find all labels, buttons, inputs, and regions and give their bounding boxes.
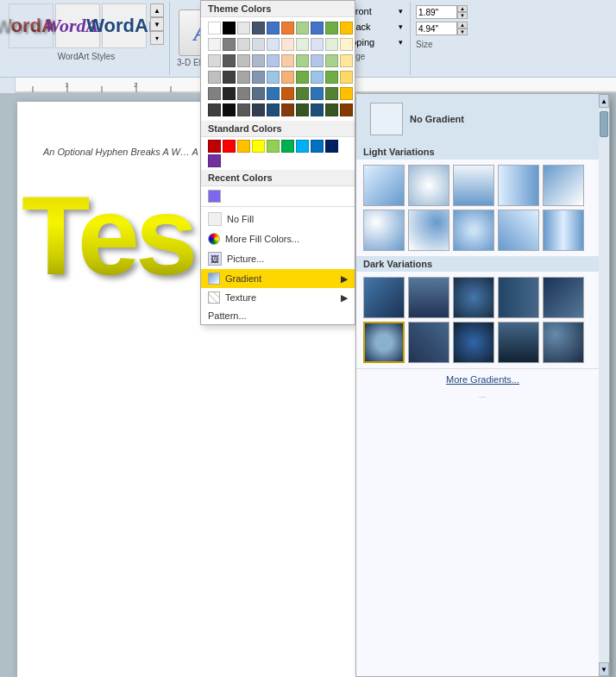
- shade-4-5[interactable]: [267, 87, 280, 100]
- dark-grad-5[interactable]: [543, 277, 584, 318]
- std-dark-blue[interactable]: [325, 140, 338, 153]
- std-red[interactable]: [223, 140, 236, 153]
- shade-5-2[interactable]: [223, 103, 236, 116]
- shade-2-6[interactable]: [281, 54, 294, 67]
- height-up[interactable]: ▲: [457, 22, 468, 28]
- theme-swatch-5[interactable]: [296, 22, 309, 34]
- shade-2-2[interactable]: [223, 54, 236, 67]
- wordart-scroll-down[interactable]: ▼: [150, 17, 164, 31]
- theme-swatch-4[interactable]: [281, 22, 294, 34]
- shade-2-4[interactable]: [252, 54, 265, 67]
- shade-5-3[interactable]: [237, 103, 250, 116]
- shade-5-6[interactable]: [281, 103, 294, 116]
- std-yellow[interactable]: [252, 140, 265, 153]
- width-down[interactable]: ▼: [457, 12, 468, 19]
- pattern-item[interactable]: Pattern...: [201, 307, 355, 324]
- theme-swatch-6[interactable]: [311, 22, 324, 34]
- no-fill-item[interactable]: No Fill: [201, 209, 355, 229]
- dark-grad-10[interactable]: [543, 322, 584, 363]
- shade-4-7[interactable]: [296, 87, 309, 100]
- theme-swatch-7[interactable]: [325, 22, 338, 34]
- shade-3-2[interactable]: [223, 71, 236, 84]
- theme-swatch-black[interactable]: [223, 22, 236, 34]
- shade-2-5[interactable]: [267, 54, 280, 67]
- shade-3-1[interactable]: [208, 71, 221, 84]
- shade-1-5[interactable]: [267, 38, 280, 51]
- shade-1-8[interactable]: [311, 38, 324, 51]
- shade-1-1[interactable]: [208, 38, 221, 51]
- shade-3-10[interactable]: [340, 71, 353, 84]
- shade-1-9[interactable]: [325, 38, 338, 51]
- light-grad-7[interactable]: [408, 210, 449, 251]
- shade-3-5[interactable]: [267, 71, 280, 84]
- dark-grad-9[interactable]: [498, 322, 539, 363]
- dark-grad-8[interactable]: [453, 322, 494, 363]
- shade-3-6[interactable]: [281, 71, 294, 84]
- light-grad-5[interactable]: [543, 165, 584, 206]
- shade-3-7[interactable]: [296, 71, 309, 84]
- light-grad-8[interactable]: [453, 210, 494, 251]
- shade-5-7[interactable]: [296, 103, 309, 116]
- light-grad-6[interactable]: [363, 210, 405, 251]
- shade-3-8[interactable]: [311, 71, 324, 84]
- shade-5-10[interactable]: [340, 103, 353, 116]
- std-light-green[interactable]: [267, 140, 280, 153]
- shade-4-6[interactable]: [281, 87, 294, 100]
- shade-1-10[interactable]: [340, 38, 353, 51]
- shade-5-4[interactable]: [252, 103, 265, 116]
- theme-swatch-1[interactable]: [237, 22, 250, 34]
- shade-2-9[interactable]: [325, 54, 338, 67]
- gradient-scroll-thumb[interactable]: [600, 111, 608, 137]
- dark-grad-1[interactable]: [363, 277, 405, 318]
- shade-4-4[interactable]: [252, 87, 265, 100]
- shade-1-6[interactable]: [281, 38, 294, 51]
- shade-5-5[interactable]: [267, 103, 280, 116]
- shade-3-9[interactable]: [325, 71, 338, 84]
- shade-4-8[interactable]: [311, 87, 324, 100]
- light-grad-10[interactable]: [543, 210, 584, 251]
- shade-1-3[interactable]: [237, 38, 250, 51]
- more-gradients-link[interactable]: More Gradients...: [356, 368, 609, 390]
- dark-grad-6[interactable]: [363, 322, 405, 363]
- shade-2-7[interactable]: [296, 54, 309, 67]
- dark-grad-2[interactable]: [408, 277, 449, 318]
- shade-1-4[interactable]: [252, 38, 265, 51]
- wordart-expand[interactable]: ▾: [150, 31, 164, 45]
- std-purple[interactable]: [208, 154, 221, 167]
- light-grad-3[interactable]: [453, 165, 494, 206]
- gradient-scroll-up[interactable]: ▲: [599, 94, 609, 108]
- std-orange[interactable]: [237, 140, 250, 153]
- shade-4-9[interactable]: [325, 87, 338, 100]
- std-blue[interactable]: [311, 140, 324, 153]
- std-dark-red[interactable]: [208, 140, 221, 153]
- more-fill-colors-item[interactable]: More Fill Colors...: [201, 229, 355, 248]
- dark-grad-4[interactable]: [498, 277, 539, 318]
- light-grad-4[interactable]: [498, 165, 539, 206]
- shade-2-1[interactable]: [208, 54, 221, 67]
- shade-2-8[interactable]: [311, 54, 324, 67]
- std-green[interactable]: [281, 140, 294, 153]
- gradient-item[interactable]: Gradient ▶: [201, 269, 355, 288]
- shade-4-3[interactable]: [237, 87, 250, 100]
- shade-3-3[interactable]: [237, 71, 250, 84]
- picture-item[interactable]: 🖼 Picture...: [201, 248, 355, 269]
- recent-color-1[interactable]: [208, 190, 221, 203]
- theme-swatch-white[interactable]: [208, 22, 221, 34]
- light-grad-1[interactable]: [363, 165, 405, 206]
- gradient-scroll-down[interactable]: ▼: [599, 662, 609, 676]
- wordart-style-3[interactable]: WordArt: [102, 3, 147, 48]
- dark-grad-3[interactable]: [453, 277, 494, 318]
- theme-swatch-3[interactable]: [267, 22, 280, 34]
- light-grad-2[interactable]: [408, 165, 449, 206]
- width-input[interactable]: [416, 5, 457, 19]
- wordart-scroll-up[interactable]: ▲: [150, 3, 164, 17]
- theme-swatch-8[interactable]: [340, 22, 353, 34]
- light-grad-9[interactable]: [498, 210, 539, 251]
- no-gradient-box[interactable]: [370, 103, 403, 135]
- height-input[interactable]: [416, 22, 457, 35]
- shade-5-9[interactable]: [325, 103, 338, 116]
- shade-1-7[interactable]: [296, 38, 309, 51]
- wordart-object[interactable]: Tes: [22, 171, 193, 300]
- shade-4-10[interactable]: [340, 87, 353, 100]
- shade-2-3[interactable]: [237, 54, 250, 67]
